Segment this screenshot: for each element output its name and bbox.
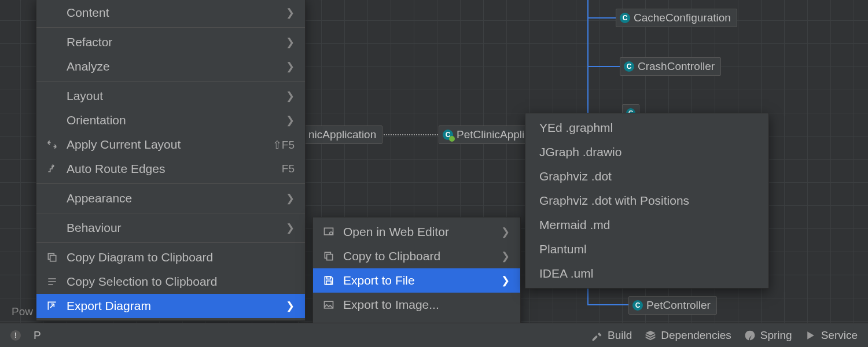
svg-rect-5: [327, 276, 331, 279]
layers-icon: [645, 330, 656, 341]
menu-item-export-file[interactable]: Export to File ❯: [313, 268, 520, 293]
warning-icon[interactable]: !: [10, 330, 21, 341]
menu-item-yed[interactable]: YEd .graphml: [525, 116, 768, 140]
menu-item-export-diagram[interactable]: Export Diagram ❯: [36, 294, 305, 318]
node-label: CrashController: [638, 60, 715, 73]
menu-item-appearance[interactable]: Appearance ❯: [36, 186, 305, 211]
menu-separator: [36, 242, 305, 243]
menu-item-idea-uml[interactable]: IDEA .uml: [525, 261, 768, 286]
menu-separator: [36, 81, 305, 82]
menu-separator: [36, 27, 305, 28]
menu-item-label: Appearance: [67, 191, 273, 205]
menu-item-label: Orientation: [67, 113, 273, 127]
svg-point-2: [330, 232, 333, 235]
menu-item-label: Mermaid .md: [539, 218, 758, 232]
connector-hline: [587, 304, 628, 305]
node-label: CacheConfiguration: [634, 12, 731, 24]
menu-item-label: Export to File: [343, 274, 488, 287]
submenu-export-file: YEd .graphml JGraph .drawio Graphviz .do…: [525, 113, 769, 289]
menu-item-refactor[interactable]: Refactor ❯: [36, 30, 305, 54]
menu-item-jgraph[interactable]: JGraph .drawio: [525, 140, 768, 164]
chevron-right-icon: ❯: [286, 36, 295, 49]
diagram-node-pet-controller[interactable]: C PetController: [628, 296, 717, 315]
menu-item-label: Open in Web Editor: [343, 225, 488, 239]
menu-item-export-image[interactable]: Export to Image...: [313, 293, 520, 317]
statusbar-label: Spring: [760, 329, 792, 342]
menu-item-analyze[interactable]: Analyze ❯: [36, 54, 305, 79]
menu-item-label: Copy Selection to Clipboard: [67, 275, 295, 289]
menu-item-label: Copy Diagram to Clipboard: [67, 250, 295, 264]
class-icon: C: [632, 300, 643, 311]
svg-rect-1: [325, 228, 333, 235]
node-label: PetClinicAppli: [457, 128, 524, 141]
statusbar-services[interactable]: Service: [805, 329, 858, 342]
menu-item-label: Analyze: [67, 60, 273, 73]
diagram-node-app-interface[interactable]: nicApplication: [304, 125, 382, 144]
menu-item-graphviz[interactable]: Graphviz .dot: [525, 164, 768, 189]
chevron-right-icon: ❯: [286, 90, 295, 102]
menu-item-label: Auto Route Edges: [67, 162, 275, 176]
image-icon: [321, 299, 336, 311]
menu-item-label: Graphviz .dot: [539, 169, 758, 183]
svg-rect-0: [50, 256, 56, 261]
apply-layout-icon: [45, 139, 60, 150]
auto-route-icon: [45, 163, 60, 175]
menu-item-copy-diagram[interactable]: Copy Diagram to Clipboard: [36, 245, 305, 270]
diagram-node-cache-config[interactable]: C CacheConfiguration: [616, 9, 737, 27]
diagram-node-app-main[interactable]: PetClinicAppli: [439, 125, 531, 144]
menu-item-label: JGraph .drawio: [539, 145, 758, 159]
play-icon: [805, 330, 816, 341]
diagram-node-crash-controller[interactable]: C CrashController: [620, 57, 721, 76]
menu-item-label: Behaviour: [67, 221, 273, 235]
node-label: PetController: [646, 299, 711, 312]
spring-class-icon: [443, 130, 453, 140]
menu-item-mermaid[interactable]: Mermaid .md: [525, 213, 768, 237]
status-bar: Pow ! P Build Dependencies Spring Servic…: [0, 323, 868, 347]
statusbar-dependencies[interactable]: Dependencies: [645, 329, 731, 342]
copy-icon: [45, 252, 60, 263]
node-label: nicApplication: [308, 128, 376, 141]
menu-item-apply-layout[interactable]: Apply Current Layout ⇧F5: [36, 132, 305, 157]
globe-icon: [321, 226, 336, 238]
chevron-right-icon: ❯: [286, 192, 295, 205]
export-icon: [45, 300, 60, 312]
clipboard-icon: [321, 250, 336, 262]
menu-item-layout[interactable]: Layout ❯: [36, 84, 305, 108]
hammer-icon: [591, 330, 603, 341]
menu-item-label: Copy to Clipboard: [343, 249, 488, 263]
menu-item-open-web[interactable]: Open in Web Editor ❯: [313, 220, 520, 244]
chevron-right-icon: ❯: [286, 6, 295, 19]
menu-item-behaviour[interactable]: Behaviour ❯: [36, 216, 305, 240]
menu-item-label: Apply Current Layout: [67, 138, 266, 152]
chevron-right-icon: ❯: [286, 114, 295, 127]
menu-item-label: Export to Image...: [343, 298, 510, 312]
menu-item-label: Export Diagram: [67, 299, 273, 313]
svg-rect-3: [327, 254, 333, 260]
menu-item-content[interactable]: Content ❯: [36, 1, 305, 25]
menu-item-shortcut: F5: [282, 163, 295, 175]
menu-item-copy-clipboard[interactable]: Copy to Clipboard ❯: [313, 244, 520, 268]
menu-item-auto-route[interactable]: Auto Route Edges F5: [36, 157, 305, 181]
chevron-right-icon: ❯: [286, 60, 295, 73]
menu-separator: [36, 213, 305, 213]
spring-leaf-icon: [744, 330, 756, 341]
statusbar-clipped-text: Pow: [12, 305, 33, 318]
menu-item-plantuml[interactable]: Plantuml: [525, 237, 768, 261]
menu-item-graphviz-pos[interactable]: Graphviz .dot with Positions: [525, 189, 768, 213]
menu-item-copy-selection[interactable]: Copy Selection to Clipboard: [36, 270, 305, 294]
statusbar-label: Build: [608, 329, 632, 342]
chevron-right-icon: ❯: [501, 226, 510, 238]
connector-hline: [587, 66, 620, 67]
save-icon: [321, 275, 336, 286]
statusbar-spring[interactable]: Spring: [744, 329, 792, 342]
menu-separator: [36, 183, 305, 184]
menu-item-orientation[interactable]: Orientation ❯: [36, 108, 305, 132]
chevron-right-icon: ❯: [286, 300, 295, 312]
menu-item-label: IDEA .uml: [539, 267, 758, 280]
menu-item-label: Plantuml: [539, 242, 758, 256]
menu-item-label: Graphviz .dot with Positions: [539, 194, 758, 208]
svg-rect-4: [326, 281, 331, 285]
statusbar-build[interactable]: Build: [591, 329, 632, 342]
menu-item-label: Content: [67, 6, 273, 20]
statusbar-label: Service: [821, 329, 858, 342]
